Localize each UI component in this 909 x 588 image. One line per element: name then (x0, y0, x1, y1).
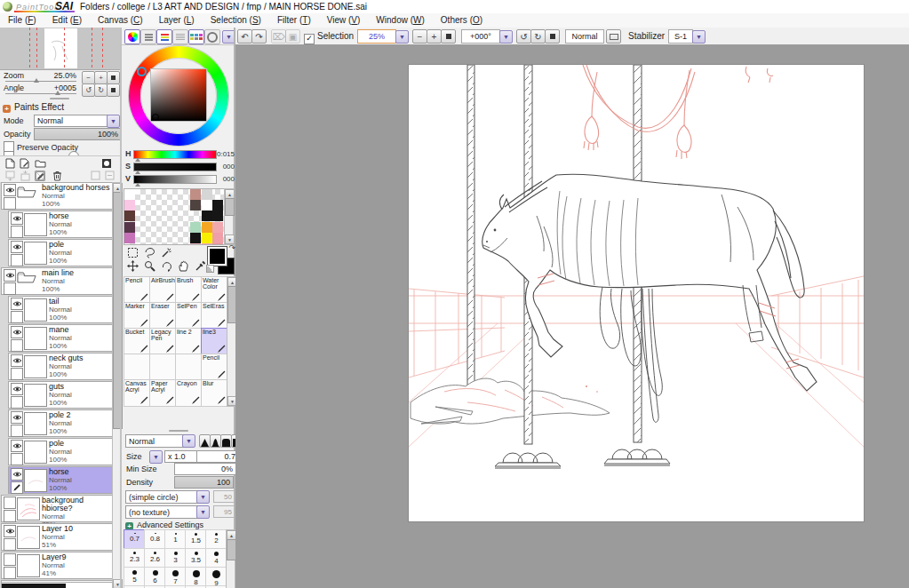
lower-layer-button[interactable] (103, 170, 116, 181)
lasso-tool-icon[interactable] (141, 246, 158, 259)
layer-draw-mode-toggle[interactable] (11, 453, 23, 465)
size-preset-0.7[interactable]: 0.7 (124, 529, 146, 549)
stabilizer-value-field[interactable]: S-1 (668, 29, 693, 44)
invert-selection-button[interactable]: ▣ (285, 29, 300, 44)
layer-row-background-hbiorse-[interactable]: background hbiorse?Normal75% (1, 495, 112, 522)
layer-visibility-toggle[interactable] (11, 212, 23, 225)
size-preset-2.6[interactable]: 2.6 (144, 548, 166, 568)
sv-marker[interactable] (152, 114, 159, 121)
size-preset-1[interactable]: 1 (164, 529, 187, 549)
navigator-zoom-slider[interactable] (5, 81, 76, 82)
size-preset-9[interactable]: 9 (205, 567, 227, 586)
color-swatch[interactable] (124, 222, 135, 233)
move-tool-icon[interactable] (124, 259, 141, 273)
layer-mode-select[interactable]: Normal (34, 115, 114, 127)
layer-row-neck-guts[interactable]: neck gutsNormal100% (8, 353, 112, 380)
layer-row-guts[interactable]: gutsNormal100% (8, 381, 112, 409)
brush-size-unit-dropdown[interactable]: ▼ (149, 450, 163, 464)
scratchpad-tab-icon[interactable] (204, 29, 220, 44)
layer-row-main-line[interactable]: main lineNormal100% (1, 267, 112, 295)
color-swatch[interactable] (124, 211, 135, 221)
color-swatch[interactable] (202, 222, 212, 233)
saturation-slider[interactable] (133, 163, 217, 171)
color-swatch[interactable] (212, 233, 223, 243)
foreground-background-colors[interactable]: ↷ (206, 245, 235, 275)
layer-row-pole[interactable]: poleNormal100% (8, 438, 112, 465)
size-preset-1.5[interactable]: 1.5 (185, 529, 207, 549)
layer-visibility-toggle[interactable] (11, 298, 23, 310)
size-preset-7[interactable]: 7 (164, 567, 187, 586)
brush-brush[interactable]: Brush (175, 276, 203, 304)
layer-visibility-toggle[interactable] (11, 411, 23, 424)
saturation-value-square[interactable] (151, 69, 206, 121)
zoom-percent-field[interactable]: 25% (357, 29, 396, 44)
angle-reset-button[interactable] (545, 29, 560, 44)
brush-water-color[interactable]: Water Color (201, 276, 228, 304)
zoom-out-button[interactable]: − (412, 29, 427, 44)
layer-row-background-horses[interactable]: background horsesNormal100% (1, 182, 112, 210)
layer-row-pole-2[interactable]: pole 2Normal100% (8, 409, 112, 437)
brush-empty-slot[interactable] (149, 354, 177, 381)
swap-colors-icon[interactable]: ↷ (228, 243, 235, 252)
color-swatch[interactable] (212, 222, 223, 233)
layer-row-layer9[interactable]: Layer9Normal41% (1, 552, 112, 579)
color-swatch[interactable] (202, 211, 212, 221)
swatches-scrollbar[interactable]: ▲ ▼ (224, 188, 234, 245)
nav-zoom-out-button[interactable]: − (82, 71, 95, 84)
color-swatch[interactable] (202, 189, 212, 200)
transparent-color-icon[interactable] (206, 265, 214, 273)
layer-row-pole[interactable]: poleNormal100% (8, 239, 112, 266)
brush-blend-dropdown-button[interactable]: ▼ (182, 434, 195, 448)
brush-selpen[interactable]: SelPen (175, 302, 203, 330)
layer-draw-mode-toggle[interactable] (11, 254, 23, 266)
brush-empty-slot[interactable] (124, 354, 151, 381)
value-slider-handle[interactable] (135, 183, 140, 187)
brush-pencil[interactable]: Pencil (124, 276, 151, 304)
brush-size-value[interactable]: 0.7 (196, 450, 239, 463)
rotate-cw-button[interactable]: ↻ (530, 29, 546, 44)
brush-empty-slot[interactable] (175, 354, 203, 381)
size-preset-4[interactable]: 4 (205, 548, 227, 568)
brush-texture-dropdown[interactable]: ▼ (196, 505, 210, 519)
flip-view-button[interactable] (606, 29, 621, 44)
layer-row-horse[interactable]: horseNormal100% (8, 211, 112, 238)
hue-marker[interactable] (137, 67, 147, 76)
color-swatch[interactable] (190, 233, 201, 243)
menu-file[interactable]: File (F) (0, 13, 44, 28)
merge-down-button[interactable] (19, 170, 31, 181)
brush-min-size-value[interactable]: 0% (174, 463, 236, 475)
brush-line-2[interactable]: line 2 (175, 328, 203, 355)
nav-zoom-in-button[interactable]: + (94, 71, 108, 84)
brush-paper-acryl[interactable]: Paper Acryl (149, 379, 177, 407)
brush-blend-select[interactable]: Normal (125, 434, 189, 448)
paint-blend-mode-field[interactable]: Normal (565, 29, 604, 44)
layer-row-tail[interactable]: tailNormal100% (8, 296, 112, 323)
raise-layer-button[interactable] (89, 170, 101, 181)
layer-visibility-toggle[interactable] (11, 241, 23, 253)
layer-visibility-toggle[interactable] (11, 326, 23, 338)
layer-visibility-toggle[interactable] (4, 269, 16, 282)
layer-visibility-toggle[interactable] (4, 497, 16, 509)
color-swatch[interactable] (212, 211, 223, 221)
menu-filter[interactable]: Filter (T) (269, 13, 319, 28)
brush-texture-select[interactable]: (no texture) (125, 505, 203, 519)
rgb-slider-tab-icon[interactable] (140, 29, 156, 44)
clear-layer-button[interactable] (34, 170, 46, 181)
stabilizer-dropdown-button[interactable]: ▼ (692, 30, 706, 44)
brush-bucket[interactable]: Bucket (124, 328, 151, 355)
size-preset-3.5[interactable]: 3.5 (185, 548, 207, 568)
menu-edit[interactable]: Edit (E) (44, 13, 90, 28)
navigator-preview[interactable] (0, 28, 120, 70)
navigator-zoom-slider-handle[interactable] (34, 78, 39, 83)
nav-rotate-ccw-button[interactable]: ↺ (82, 83, 95, 97)
color-mixer-tab-icon[interactable] (172, 29, 188, 44)
delete-layer-button[interactable] (51, 170, 63, 181)
nav-angle-reset-button[interactable] (107, 83, 120, 97)
layer-draw-mode-toggle[interactable] (4, 510, 16, 522)
paints-effect-header[interactable]: +Paints Effect (0, 102, 120, 113)
size-preset-0.8[interactable]: 0.8 (144, 529, 166, 549)
size-preset-2[interactable]: 2 (205, 529, 227, 549)
layer-draw-mode-toggle[interactable] (11, 481, 23, 494)
color-swatch[interactable] (202, 233, 212, 243)
layer-row-horse[interactable]: horseNormal100% (8, 466, 112, 494)
